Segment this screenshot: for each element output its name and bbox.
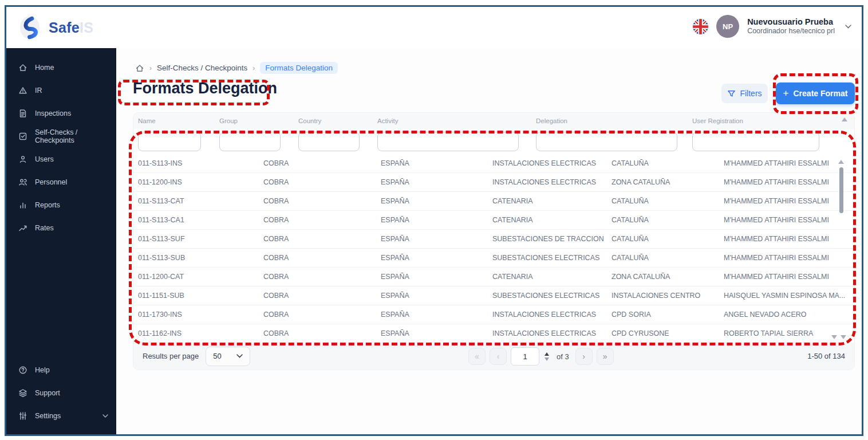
user-name: Nuevousuario Prueba bbox=[747, 17, 835, 27]
formats-table: Name Group Country Activity Delegation U… bbox=[133, 112, 855, 370]
filter-input-country[interactable] bbox=[298, 132, 360, 151]
sidebar-item-home[interactable]: Home bbox=[6, 56, 116, 79]
table-row[interactable]: 011-S113-INSCOBRAESPAÑAINSTALACIONES ELE… bbox=[133, 154, 854, 173]
scroll-down-arrows[interactable] bbox=[831, 335, 846, 339]
scrollbar-up-arrow[interactable] bbox=[838, 160, 844, 164]
scrollbar-thumb[interactable] bbox=[839, 167, 843, 213]
sidebar-item-settings[interactable]: Settings bbox=[6, 404, 116, 427]
results-range-label: 1-50 of 134 bbox=[807, 343, 845, 370]
chevron-down-icon bbox=[236, 354, 243, 358]
home-icon bbox=[18, 63, 27, 72]
bar-chart-icon bbox=[18, 201, 27, 210]
column-header-group: Group bbox=[219, 117, 298, 124]
filter-input-name[interactable] bbox=[138, 132, 201, 151]
brand-swirl-icon bbox=[17, 14, 43, 41]
table-row[interactable]: 011-1200-CATCOBRAESPAÑACATENARIAZONA CAT… bbox=[133, 268, 854, 286]
plus-icon: + bbox=[783, 88, 789, 99]
prev-page-button[interactable]: ‹ bbox=[490, 348, 507, 365]
sidebar-item-support[interactable]: Support bbox=[6, 382, 116, 404]
column-header-country: Country bbox=[298, 117, 377, 124]
sidebar-item-ir[interactable]: IR bbox=[6, 79, 116, 102]
sliders-icon bbox=[18, 411, 27, 421]
table-row[interactable]: 011-1730-INSCOBRAESPAÑAINSTALACIONES ELE… bbox=[133, 305, 854, 324]
page-number-spinner bbox=[545, 352, 549, 361]
user-role: Coordinador hse/tecnico prl bbox=[747, 27, 835, 36]
column-header-name: Name bbox=[138, 117, 219, 124]
filter-input-activity[interactable] bbox=[377, 132, 519, 151]
settings-chevron-down-icon[interactable] bbox=[102, 414, 108, 418]
page-number-input[interactable] bbox=[511, 347, 539, 366]
results-per-page-select[interactable]: 50 bbox=[206, 347, 250, 366]
filter-input-group[interactable] bbox=[219, 132, 281, 151]
layers-icon bbox=[18, 388, 27, 398]
language-flag-icon[interactable] bbox=[693, 19, 708, 34]
filters-button[interactable]: Filters bbox=[721, 84, 768, 103]
pager: « ‹ of 3 › » bbox=[468, 347, 614, 366]
table-row[interactable]: 011-1200-INSCOBRAESPAÑAINSTALACIONES ELE… bbox=[133, 173, 854, 192]
sidebar-item-users[interactable]: Users bbox=[6, 148, 116, 171]
sidebar-item-self-checks[interactable]: Self-Checks / Checkpoints bbox=[6, 125, 116, 148]
brand-logo[interactable]: SafeIS bbox=[17, 14, 93, 41]
trend-up-icon bbox=[18, 223, 27, 233]
table-footer: Results per page 50 « ‹ of 3 › bbox=[133, 343, 854, 370]
help-circle-icon bbox=[18, 366, 27, 375]
breadcrumb-formats-delegation[interactable]: Formats Delegation bbox=[260, 62, 338, 74]
main-content: › Self-Checks / Checkpoints › Formats De… bbox=[116, 48, 862, 434]
breadcrumb-home-icon[interactable] bbox=[135, 64, 144, 73]
check-square-icon bbox=[18, 132, 27, 141]
avatar[interactable]: NP bbox=[716, 15, 739, 38]
table-header-row: Name Group Country Activity Delegation U… bbox=[133, 113, 854, 129]
sidebar-item-reports[interactable]: Reports bbox=[6, 194, 116, 217]
scroll-up-arrow[interactable] bbox=[842, 117, 847, 121]
spinner-up-arrow[interactable] bbox=[545, 352, 549, 356]
spinner-down-arrow[interactable] bbox=[545, 358, 549, 361]
breadcrumb: › Self-Checks / Checkpoints › Formats De… bbox=[135, 62, 338, 74]
breadcrumb-chevron-icon: › bbox=[252, 64, 255, 72]
scroll-down-arrow[interactable] bbox=[831, 335, 837, 339]
sidebar-item-rates[interactable]: Rates bbox=[6, 217, 116, 239]
users-icon bbox=[18, 178, 27, 187]
sidebar-item-personnel[interactable]: Personnel bbox=[6, 171, 116, 194]
app-window: SafeIS NP Nuevousuario Prueba bbox=[5, 5, 863, 436]
funnel-icon bbox=[727, 89, 736, 98]
topbar: SafeIS NP Nuevousuario Prueba bbox=[6, 7, 862, 48]
table-row[interactable]: 011-1162-INSCOBRAESPAÑAINSTALACIONES ELE… bbox=[133, 324, 854, 343]
first-page-button[interactable]: « bbox=[468, 348, 486, 365]
page-count-label: of 3 bbox=[557, 352, 569, 361]
sidebar-item-help[interactable]: Help bbox=[6, 359, 116, 382]
column-header-activity: Activity bbox=[377, 117, 536, 124]
sidebar: Home IR Inspections Self-Checks / Checkp… bbox=[6, 48, 116, 434]
brand-name: SafeIS bbox=[49, 19, 93, 36]
user-icon bbox=[18, 155, 27, 164]
user-info[interactable]: Nuevousuario Prueba Coordinador hse/tecn… bbox=[747, 17, 835, 36]
breadcrumb-self-checks[interactable]: Self-Checks / Checkpoints bbox=[157, 64, 247, 72]
table-row[interactable]: 011-S113-CA1COBRAESPAÑACATENARIACATALUÑA… bbox=[133, 211, 854, 230]
warning-triangle-icon bbox=[18, 86, 27, 95]
table-row[interactable]: 011-1151-SUBCOBRAESPAÑASUBESTACIONES ELE… bbox=[133, 286, 854, 305]
table-row[interactable]: 011-S113-SUFCOBRAESPAÑASUBESTACIONES DE … bbox=[133, 230, 854, 249]
column-header-user-registration: User Registration bbox=[692, 117, 850, 124]
results-per-page-label: Results per page bbox=[143, 352, 199, 360]
user-menu-chevron-down-icon[interactable] bbox=[845, 25, 851, 29]
table-filter-row bbox=[133, 129, 854, 154]
sidebar-item-inspections[interactable]: Inspections bbox=[6, 102, 116, 125]
table-row[interactable]: 011-S113-CATCOBRAESPAÑACATENARIACATALUÑA… bbox=[133, 192, 854, 211]
document-icon bbox=[18, 109, 27, 118]
column-header-delegation: Delegation bbox=[536, 117, 692, 124]
breadcrumb-chevron-icon: › bbox=[149, 64, 152, 72]
table-row[interactable]: 011-S113-SUBCOBRAESPAÑASUBESTACIONES ELE… bbox=[133, 249, 854, 268]
create-format-button[interactable]: + Create Format bbox=[776, 82, 855, 104]
scroll-down-arrow[interactable] bbox=[841, 335, 846, 339]
filter-input-user-registration[interactable] bbox=[692, 132, 819, 151]
page-title: Formats Delegation bbox=[133, 80, 277, 97]
filter-input-delegation[interactable] bbox=[536, 132, 677, 151]
next-page-button[interactable]: › bbox=[575, 348, 593, 365]
last-page-button[interactable]: » bbox=[597, 348, 614, 365]
table-scrollbar[interactable] bbox=[838, 160, 844, 213]
